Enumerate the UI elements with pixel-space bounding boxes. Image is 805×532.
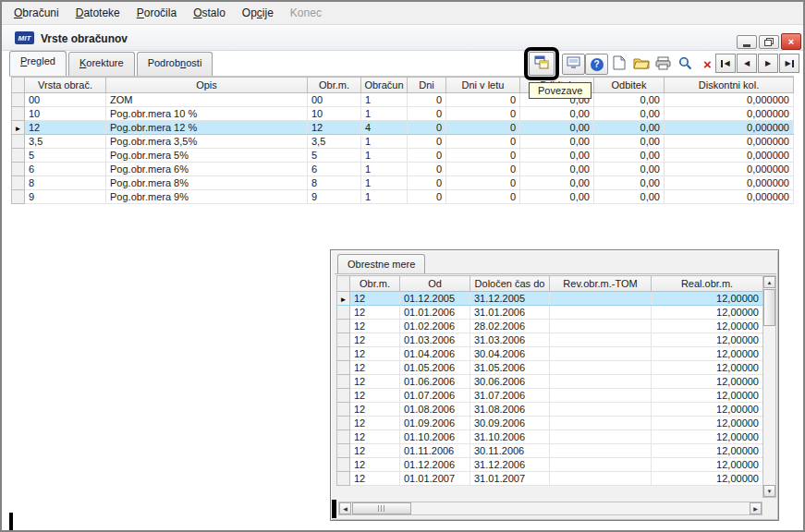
table-cell[interactable]: 01.09.2006: [400, 417, 470, 430]
table-cell[interactable]: 8: [25, 176, 106, 190]
table-row[interactable]: 1201.03.200631.03.200612,00000: [337, 333, 763, 347]
table-cell[interactable]: 12: [350, 306, 400, 320]
table-cell[interactable]: 01.01.2007: [400, 472, 470, 486]
table-cell[interactable]: 0,00: [594, 135, 665, 149]
preview-button[interactable]: [562, 54, 585, 75]
table-cell[interactable]: ZOM: [106, 93, 308, 107]
column-header[interactable]: Dni v letu: [446, 78, 520, 93]
table-cell[interactable]: Pog.obr.mera 5%: [106, 149, 308, 163]
table-cell[interactable]: 3,5: [25, 135, 106, 149]
table-cell[interactable]: [550, 320, 652, 333]
close-button[interactable]: ×: [781, 33, 801, 50]
table-cell[interactable]: 0: [446, 121, 520, 135]
menu-item-datoteke[interactable]: Datoteke: [67, 3, 128, 23]
table-cell[interactable]: Pog.obr.mera 12 %: [106, 121, 308, 135]
table-cell[interactable]: 12,00000: [652, 430, 763, 444]
table-cell[interactable]: 31.01.2007: [470, 472, 550, 486]
table-cell[interactable]: 12,00000: [652, 361, 763, 375]
table-cell[interactable]: 31.12.2005: [470, 292, 550, 306]
new-record-button[interactable]: [608, 54, 629, 75]
table-cell[interactable]: 28.02.2006: [470, 320, 550, 333]
table-row[interactable]: ►1201.12.200531.12.200512,00000: [337, 292, 763, 306]
table-cell[interactable]: 01.01.2006: [400, 306, 470, 320]
table-cell[interactable]: 1: [361, 190, 408, 204]
table-cell[interactable]: 0,00: [594, 107, 665, 121]
column-header[interactable]: Obr.m.: [350, 276, 400, 292]
table-cell[interactable]: [550, 375, 652, 389]
table-cell[interactable]: 01.02.2006: [400, 320, 470, 333]
table-cell[interactable]: 9: [308, 190, 361, 204]
table-cell[interactable]: 0,00: [594, 149, 665, 163]
table-cell[interactable]: [550, 458, 652, 472]
table-cell[interactable]: 0,00: [594, 190, 665, 204]
table-cell[interactable]: 12,00000: [652, 417, 763, 430]
scroll-down-button[interactable]: ▼: [763, 485, 775, 497]
table-cell[interactable]: 4: [361, 121, 408, 135]
table-cell[interactable]: [550, 444, 652, 458]
nav-last-button[interactable]: ▶: [779, 54, 799, 73]
table-row[interactable]: 9Pog.obr.mera 9%91000,000,000,000000: [12, 190, 794, 204]
open-button[interactable]: [630, 54, 652, 75]
table-cell[interactable]: 0: [446, 190, 520, 204]
column-header[interactable]: Opis: [106, 78, 308, 93]
table-row[interactable]: 1201.06.200630.06.200612,00000: [337, 375, 763, 389]
table-cell[interactable]: 0: [446, 163, 520, 176]
tab-pregled[interactable]: Pregled: [9, 51, 67, 76]
table-cell[interactable]: 12,00000: [652, 347, 763, 361]
table-cell[interactable]: 12: [350, 444, 400, 458]
table-cell[interactable]: 5: [308, 149, 361, 163]
table-cell[interactable]: 0: [446, 176, 520, 190]
table-cell[interactable]: [550, 333, 652, 347]
table-cell[interactable]: 0,000000: [665, 121, 794, 135]
table-cell[interactable]: 12: [25, 121, 106, 135]
table-cell[interactable]: 0,00: [520, 190, 594, 204]
table-cell[interactable]: 0: [408, 93, 446, 107]
table-row[interactable]: 1201.07.200631.07.200612,00000: [337, 389, 763, 403]
table-cell[interactable]: 0,00: [520, 121, 594, 135]
table-cell[interactable]: 31.12.2006: [470, 458, 550, 472]
column-header[interactable]: Rev.obr.m.-TOM: [550, 276, 652, 292]
table-cell[interactable]: [550, 292, 652, 306]
table-cell[interactable]: 31.05.2006: [470, 361, 550, 375]
table-cell[interactable]: 0: [446, 149, 520, 163]
table-cell[interactable]: [550, 361, 652, 375]
table-cell[interactable]: 0,00: [520, 163, 594, 176]
table-cell[interactable]: Pog.obr.mera 3,5%: [106, 135, 308, 149]
table-cell[interactable]: 0,00: [520, 149, 594, 163]
table-row[interactable]: 1201.12.200631.12.200612,00000: [337, 458, 763, 472]
table-cell[interactable]: 0: [408, 135, 446, 149]
table-cell[interactable]: 1: [361, 135, 408, 149]
table-cell[interactable]: 1: [361, 163, 408, 176]
table-cell[interactable]: 12,00000: [652, 320, 763, 333]
table-cell[interactable]: [550, 347, 652, 361]
table-cell[interactable]: 01.10.2006: [400, 430, 470, 444]
table-row[interactable]: 8Pog.obr.mera 8%81000,000,000,000000: [12, 176, 794, 190]
table-cell[interactable]: 0,00: [520, 107, 594, 121]
table-cell[interactable]: 12,00000: [652, 292, 763, 306]
table-cell[interactable]: [550, 306, 652, 320]
table-cell[interactable]: 00: [308, 93, 361, 107]
table-cell[interactable]: 0,00: [594, 176, 665, 190]
table-cell[interactable]: [550, 430, 652, 444]
table-row[interactable]: 1201.04.200630.04.200612,00000: [337, 347, 763, 361]
table-cell[interactable]: 6: [308, 163, 361, 176]
table-cell[interactable]: [550, 417, 652, 430]
column-header[interactable]: Določen čas do: [470, 276, 550, 292]
table-cell[interactable]: 12: [350, 389, 400, 403]
table-row[interactable]: 00ZOM001000,000,000,000000: [12, 93, 794, 107]
table-cell[interactable]: 12: [350, 472, 400, 486]
table-cell[interactable]: 0,00: [520, 176, 594, 190]
table-cell[interactable]: 12,00000: [652, 375, 763, 389]
table-row[interactable]: 1201.11.200630.11.200612,00000: [337, 444, 763, 458]
table-cell[interactable]: 31.10.2006: [470, 430, 550, 444]
table-cell[interactable]: 9: [25, 190, 106, 204]
table-cell[interactable]: 01.12.2005: [400, 292, 470, 306]
table-cell[interactable]: 12: [350, 458, 400, 472]
table-cell[interactable]: 12: [350, 320, 400, 333]
horizontal-scrollbar-thumb[interactable]: [352, 502, 411, 514]
table-cell[interactable]: 30.09.2006: [470, 417, 550, 430]
vertical-scrollbar[interactable]: ▲ ▼: [762, 275, 776, 498]
table-cell[interactable]: [550, 472, 652, 486]
table-cell[interactable]: 0: [408, 149, 446, 163]
table-cell[interactable]: 12,00000: [652, 403, 763, 417]
